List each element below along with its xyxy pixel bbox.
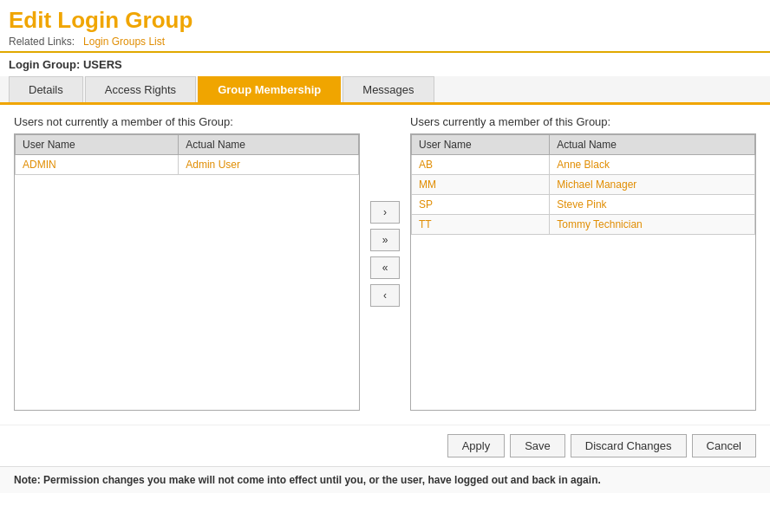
note-bar: Note: Permission changes you make will n… <box>0 466 770 493</box>
table-row[interactable]: ADMINAdmin User <box>16 155 359 175</box>
actualname-cell: Tommy Technician <box>550 215 755 235</box>
actualname-cell: Anne Black <box>550 155 755 175</box>
move-all-right-button[interactable]: » <box>370 229 400 251</box>
move-left-button[interactable]: ‹ <box>370 284 400 307</box>
username-cell: SP <box>412 195 550 215</box>
transfer-controls: › » « ‹ <box>360 115 410 393</box>
members-label: Users currently a member of this Group: <box>410 115 756 128</box>
members-panel: Users currently a member of this Group: … <box>410 115 756 411</box>
save-button[interactable]: Save <box>510 434 565 457</box>
table-row[interactable]: TTTommy Technician <box>412 215 755 235</box>
table-row[interactable]: MMMichael Manager <box>412 175 755 195</box>
non-members-table-container: User Name Actual Name ADMINAdmin User <box>14 133 360 411</box>
username-cell: AB <box>412 155 550 175</box>
actualname-cell: Steve Pink <box>550 195 755 215</box>
non-members-label: Users not currently a member of this Gro… <box>14 115 360 128</box>
move-all-left-button[interactable]: « <box>370 256 400 279</box>
username-cell: ADMIN <box>16 155 179 175</box>
members-table: User Name Actual Name ABAnne BlackMMMich… <box>411 134 755 235</box>
username-cell: TT <box>412 215 550 235</box>
members-col-username: User Name <box>412 135 550 155</box>
table-row[interactable]: SPSteve Pink <box>412 195 755 215</box>
non-members-col-actualname: Actual Name <box>179 135 359 155</box>
actualname-cell: Admin User <box>179 155 359 175</box>
membership-columns: Users not currently a member of this Gro… <box>14 115 756 411</box>
table-row[interactable]: ABAnne Black <box>412 155 755 175</box>
non-members-panel: Users not currently a member of this Gro… <box>14 115 360 411</box>
tabs-bar: Details Access Rights Group Membership M… <box>0 76 770 105</box>
tab-access-rights[interactable]: Access Rights <box>85 76 196 102</box>
non-members-col-username: User Name <box>16 135 179 155</box>
related-links-label: Related Links: <box>9 36 75 48</box>
related-links: Related Links: Login Groups List <box>9 36 761 48</box>
apply-button[interactable]: Apply <box>447 434 506 457</box>
page-header: Edit Login Group Related Links: Login Gr… <box>0 0 770 53</box>
cancel-button[interactable]: Cancel <box>692 434 756 457</box>
tab-messages[interactable]: Messages <box>343 76 434 102</box>
members-table-container: User Name Actual Name ABAnne BlackMMMich… <box>410 133 756 411</box>
actualname-cell: Michael Manager <box>550 175 755 195</box>
members-col-actualname: Actual Name <box>550 135 755 155</box>
tab-details[interactable]: Details <box>9 76 83 102</box>
page-title: Edit Login Group <box>9 7 761 34</box>
note-text: Note: Permission changes you make will n… <box>14 474 601 486</box>
login-group-label: Login Group: USERS <box>0 53 770 76</box>
login-groups-list-link[interactable]: Login Groups List <box>83 36 165 48</box>
discard-button[interactable]: Discard Changes <box>571 434 687 457</box>
main-content: Users not currently a member of this Gro… <box>0 105 770 421</box>
non-members-table: User Name Actual Name ADMINAdmin User <box>15 134 359 175</box>
tab-group-membership[interactable]: Group Membership <box>198 76 341 102</box>
move-right-button[interactable]: › <box>370 201 400 224</box>
action-bar: Apply Save Discard Changes Cancel <box>0 425 770 466</box>
username-cell: MM <box>412 175 550 195</box>
